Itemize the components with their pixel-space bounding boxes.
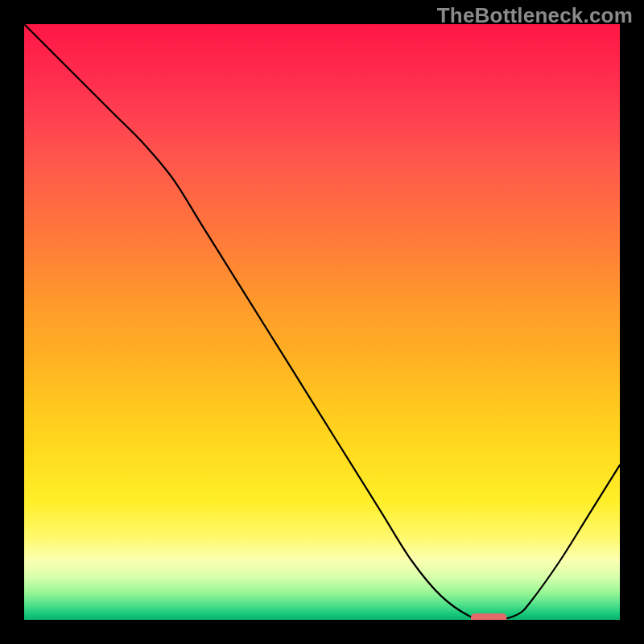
optimal-marker [471, 613, 506, 620]
chart-svg [24, 24, 620, 620]
chart-container: TheBottleneck.com [0, 0, 644, 644]
plot-area [24, 24, 620, 620]
